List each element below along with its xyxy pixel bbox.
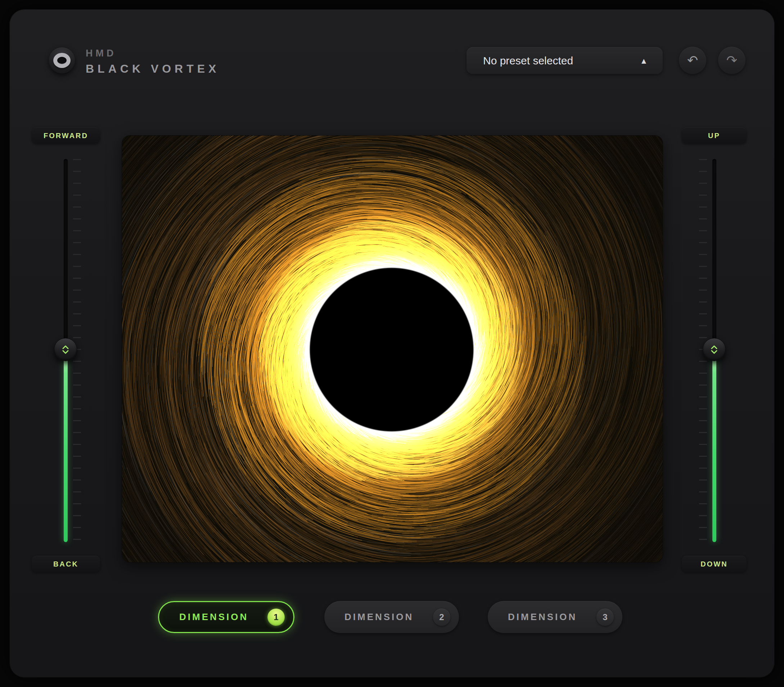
left-slider-fill [64,350,68,542]
chevrons-up-down-icon [710,345,718,355]
chevrons-up-down-icon [61,345,70,355]
dimension-2-badge: 2 [433,608,450,626]
page-title: BLACK VORTEX [86,62,219,76]
dimension-1-badge: 1 [267,608,285,626]
dropdown-arrow-icon: ▲ [641,57,646,64]
right-slider-thumb[interactable] [703,338,726,361]
left-slider-thumb[interactable] [54,338,77,361]
forward-label: FORWARD [32,127,100,144]
vortex-display [122,136,663,562]
right-slider-fill [712,350,716,542]
dimension-3-badge: 3 [596,608,614,626]
dimension-1-label: DIMENSION [179,611,249,623]
preset-selector[interactable]: No preset selected ▲ [466,47,663,74]
vortex-canvas [122,136,663,562]
brand-logo-icon [49,48,75,73]
back-label: BACK [32,556,100,572]
redo-button[interactable]: ↷ [718,47,746,74]
dimension-1-button[interactable]: DIMENSION 1 [158,601,295,633]
ring-icon [53,53,71,68]
down-label: DOWN [682,556,746,572]
brand-name: HMD [86,48,219,59]
up-label: UP [682,127,746,144]
brand-block: HMD BLACK VORTEX [86,48,219,76]
dimension-2-button[interactable]: DIMENSION 2 [324,601,459,633]
dimension-2-label: DIMENSION [344,611,413,623]
dimension-3-label: DIMENSION [508,611,577,623]
dimension-3-button[interactable]: DIMENSION 3 [488,601,623,633]
undo-icon: ↶ [687,54,698,67]
redo-icon: ↷ [726,54,737,67]
preset-value: No preset selected [483,55,573,67]
undo-button[interactable]: ↶ [679,47,706,74]
